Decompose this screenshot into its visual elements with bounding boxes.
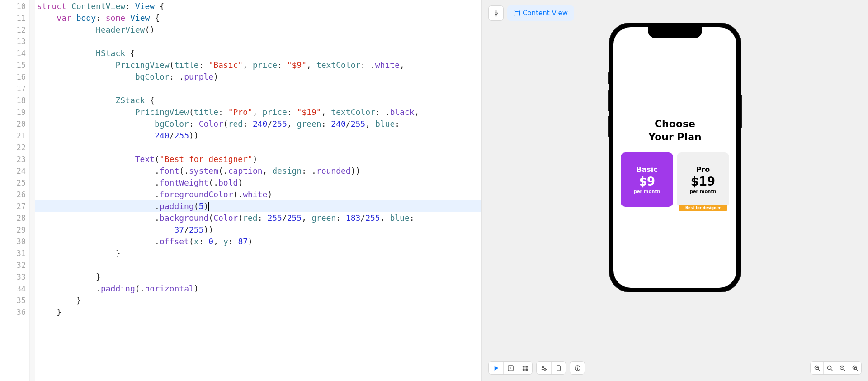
code-line[interactable]: bgColor: .purple) [35, 71, 481, 83]
line-number: 28 [0, 212, 26, 224]
code-line[interactable]: bgColor: Color(red: 240/255, green: 240/… [35, 118, 481, 130]
line-number: 32 [0, 259, 26, 271]
line-number: 10 [0, 0, 26, 12]
code-area[interactable]: struct ContentView: View { var body: som… [35, 0, 481, 381]
device-settings-segment [536, 361, 566, 375]
code-line[interactable]: } [35, 295, 481, 306]
plan-pro-badge: Best for designer [679, 205, 727, 211]
plan-card-basic[interactable]: Basic $9 per month [621, 152, 673, 207]
line-number-gutter: 1011121314151617181920212223242526272829… [0, 0, 30, 381]
line-number: 11 [0, 12, 26, 24]
code-line[interactable]: HStack { [35, 48, 481, 59]
line-number: 21 [0, 130, 26, 142]
preview-orientation-button[interactable] [551, 362, 566, 374]
phone-mute-switch [608, 72, 609, 84]
svg-rect-3 [523, 368, 525, 371]
svg-rect-7 [557, 365, 561, 370]
code-line[interactable] [35, 36, 481, 48]
line-number: 23 [0, 153, 26, 165]
code-line[interactable]: struct ContentView: View { [35, 0, 481, 12]
zoom-in-icon [852, 365, 859, 371]
selectable-preview-button[interactable] [503, 362, 518, 374]
plan-basic-price: $9 [639, 175, 655, 188]
code-line[interactable]: 240/255)) [35, 130, 481, 142]
code-line[interactable]: PricingView(title: "Pro", price: "$19", … [35, 106, 481, 118]
info-icon [574, 365, 581, 371]
preview-mode-segment [488, 361, 533, 375]
svg-point-12 [827, 366, 831, 369]
line-number: 24 [0, 165, 26, 177]
zoom-in-button[interactable] [849, 362, 861, 374]
plan-basic-sub: per month [634, 189, 660, 194]
phone-volume-up [608, 90, 609, 111]
live-preview-button[interactable] [489, 362, 503, 374]
line-number: 17 [0, 83, 26, 95]
code-line[interactable]: .fontWeight(.bold) [35, 177, 481, 189]
code-line[interactable]: HeaderView() [35, 24, 481, 36]
grid-icon [522, 365, 528, 371]
play-icon [493, 365, 500, 371]
code-line[interactable]: } [35, 306, 481, 318]
zoom-fit-icon [839, 365, 846, 371]
line-number: 15 [0, 59, 26, 71]
svg-rect-2 [525, 365, 528, 367]
code-line[interactable]: .offset(x: 0, y: 87) [35, 236, 481, 248]
line-number: 29 [0, 224, 26, 236]
zoom-100-icon [826, 365, 833, 371]
header-title: Choose Your Plan [613, 118, 736, 143]
code-line[interactable] [35, 83, 481, 95]
line-number: 16 [0, 71, 26, 83]
line-number: 18 [0, 95, 26, 106]
line-number: 35 [0, 295, 26, 306]
zoom-segment [810, 361, 862, 375]
code-line[interactable]: .background(Color(red: 255/255, green: 1… [35, 212, 481, 224]
code-line[interactable]: Text("Best for designer") [35, 153, 481, 165]
code-line[interactable]: var body: some View { [35, 12, 481, 24]
line-number: 13 [0, 36, 26, 48]
svg-point-5 [542, 366, 544, 367]
zoom-fit-button[interactable] [836, 362, 849, 374]
fold-gutter [30, 0, 35, 381]
preview-selector-chip[interactable]: Content View [507, 5, 574, 21]
line-number: 34 [0, 283, 26, 295]
line-number: 14 [0, 48, 26, 59]
zoom-reset-button[interactable] [823, 362, 836, 374]
code-line[interactable]: } [35, 271, 481, 283]
line-number: 20 [0, 118, 26, 130]
pin-preview-button[interactable] [488, 5, 504, 21]
plans-row: Basic $9 per month Pro $19 per month Bes… [613, 152, 736, 207]
code-line[interactable]: .padding(.horizontal) [35, 283, 481, 295]
code-line[interactable] [35, 259, 481, 271]
pin-icon [493, 10, 500, 17]
svg-rect-4 [525, 368, 528, 371]
code-line[interactable]: 37/255)) [35, 224, 481, 236]
code-line[interactable]: PricingView(title: "Basic", price: "$9",… [35, 59, 481, 71]
plan-pro-title: Pro [696, 165, 710, 174]
variants-button[interactable] [518, 362, 532, 374]
canvas-top-toolbar: Content View [488, 5, 574, 21]
code-line[interactable]: ZStack { [35, 95, 481, 106]
text-cursor [208, 202, 209, 211]
preview-canvas: Content View Choose Your Plan Basic [482, 0, 868, 381]
code-editor[interactable]: 1011121314151617181920212223242526272829… [0, 0, 482, 381]
header-line-1: Choose [655, 118, 695, 129]
line-number: 22 [0, 142, 26, 153]
app-content: Choose Your Plan Basic $9 per month Pro … [613, 27, 736, 288]
code-line[interactable]: .padding(5) [35, 200, 481, 212]
zoom-out-button[interactable] [811, 362, 823, 374]
code-line[interactable]: .font(.system(.caption, design: .rounded… [35, 165, 481, 177]
device-settings-button[interactable] [537, 362, 551, 374]
phone-screen[interactable]: Choose Your Plan Basic $9 per month Pro … [613, 27, 736, 288]
cursor-rect-icon [507, 365, 514, 371]
code-line[interactable] [35, 142, 481, 153]
code-line[interactable]: } [35, 248, 481, 259]
canvas-info-segment [570, 361, 585, 375]
svg-point-14 [841, 367, 842, 368]
preview-file-icon [514, 10, 520, 16]
zoom-out-icon [814, 365, 821, 371]
device-preview-area: Choose Your Plan Basic $9 per month Pro … [482, 0, 868, 381]
iphone-frame: Choose Your Plan Basic $9 per month Pro … [609, 23, 741, 292]
canvas-info-button[interactable] [570, 362, 585, 374]
plan-card-pro[interactable]: Pro $19 per month Best for designer [677, 152, 729, 207]
code-line[interactable]: .foregroundColor(.white) [35, 189, 481, 200]
